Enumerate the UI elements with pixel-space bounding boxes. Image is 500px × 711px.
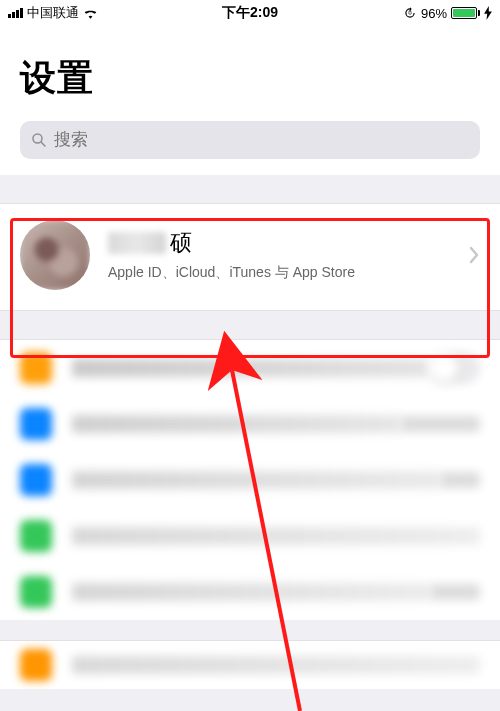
search-input[interactable] (54, 130, 470, 150)
setting-label (72, 656, 480, 674)
search-field[interactable] (20, 121, 480, 159)
setting-icon (20, 520, 52, 552)
setting-value (400, 416, 480, 432)
list-item[interactable] (0, 340, 500, 396)
setting-label (72, 359, 428, 377)
setting-icon (20, 352, 52, 384)
list-item[interactable] (0, 641, 500, 689)
section-gap (0, 175, 500, 203)
settings-list-2 (0, 640, 500, 689)
chevron-right-icon (468, 246, 480, 264)
apple-id-row[interactable]: 硕 Apple ID、iCloud、iTunes 与 App Store (0, 204, 500, 310)
header: 设置 (0, 26, 500, 113)
status-bar: 中国联通 下午2:09 96% (0, 0, 500, 26)
setting-icon (20, 649, 52, 681)
avatar (20, 220, 90, 290)
profile-text: 硕 Apple ID、iCloud、iTunes 与 App Store (108, 228, 468, 282)
setting-label (72, 471, 440, 489)
search-container (0, 113, 500, 175)
search-icon (30, 131, 48, 149)
setting-value (430, 584, 480, 600)
setting-icon (20, 408, 52, 440)
section-gap (0, 311, 500, 339)
setting-switch[interactable] (428, 352, 480, 384)
list-item[interactable] (0, 564, 500, 620)
svg-point-1 (33, 134, 42, 143)
profile-name: 硕 (108, 228, 468, 258)
redacted-name (108, 232, 166, 254)
list-item[interactable] (0, 452, 500, 508)
status-time: 下午2:09 (0, 4, 500, 22)
settings-list (0, 339, 500, 620)
setting-icon (20, 464, 52, 496)
svg-line-2 (41, 142, 45, 146)
section-gap (0, 620, 500, 640)
profile-subtitle: Apple ID、iCloud、iTunes 与 App Store (108, 264, 468, 282)
setting-label (72, 415, 400, 433)
battery-icon (451, 7, 480, 19)
list-item[interactable] (0, 396, 500, 452)
setting-value (440, 472, 480, 488)
list-item[interactable] (0, 508, 500, 564)
apple-id-section: 硕 Apple ID、iCloud、iTunes 与 App Store (0, 203, 500, 311)
setting-label (72, 527, 480, 545)
setting-icon (20, 576, 52, 608)
page-title: 设置 (20, 54, 480, 103)
profile-name-suffix: 硕 (170, 228, 192, 258)
setting-label (72, 583, 430, 601)
